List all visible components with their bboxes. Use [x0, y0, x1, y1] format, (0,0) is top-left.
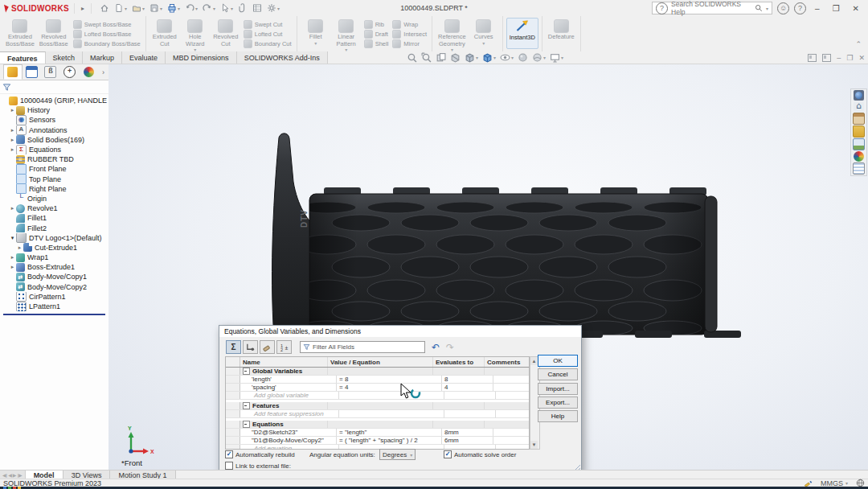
select-dropdown-caret[interactable]: ▾ — [231, 6, 233, 11]
collapse-box-icon[interactable] — [243, 368, 250, 375]
tree-item-lpattern1[interactable]: LPattern1 — [0, 302, 108, 311]
solidworks-resources-icon[interactable] — [854, 90, 864, 101]
section-view-button[interactable] — [449, 52, 461, 63]
table-row-add-feature-suppression[interactable]: Add feature suppression — [226, 410, 529, 418]
help-search-input[interactable]: ? Search SOLIDWORKS Help ▾ — [652, 2, 772, 14]
tab-features[interactable]: Features — [0, 51, 46, 64]
view-settings-button[interactable]: ▾ — [549, 52, 564, 63]
scroll-down-icon[interactable]: ▼ — [530, 441, 538, 449]
grip-end-cap[interactable] — [705, 196, 717, 332]
prev-tab-icon[interactable]: ◀ — [8, 472, 12, 478]
cell-name[interactable]: Add equation — [240, 445, 339, 450]
cell-evaluates-to[interactable]: 6mm — [442, 437, 493, 444]
cell-evaluates-to[interactable] — [433, 421, 485, 428]
first-tab-icon[interactable]: ◀| — [2, 472, 7, 478]
ribbon-button-fillet[interactable]: Fillet▾ — [301, 18, 331, 47]
redo-dropdown-caret[interactable]: ▾ — [213, 6, 215, 11]
row-selector[interactable] — [226, 376, 240, 383]
ribbon-button-boundary-boss-base[interactable]: Boundary Boss/Base — [73, 39, 141, 48]
expand-arrow-icon[interactable]: ▸ — [9, 254, 16, 261]
zoom-to-fit-button[interactable] — [406, 52, 418, 63]
panel-tab-configurationmanager[interactable]: ß — [41, 64, 60, 80]
select-button[interactable]: ▾ — [219, 2, 235, 14]
tab-sketch[interactable]: Sketch — [46, 51, 84, 64]
cell-evaluates-to[interactable] — [433, 368, 485, 375]
last-tab-icon[interactable]: |▶ — [17, 472, 22, 478]
cell-name[interactable]: 'length' — [240, 376, 337, 383]
new-document-dropdown-caret[interactable]: ▾ — [125, 6, 127, 11]
cell-equation[interactable] — [339, 410, 444, 417]
table-row-features[interactable]: Features — [226, 402, 529, 410]
row-selector[interactable] — [226, 445, 240, 450]
save-dropdown-caret[interactable]: ▾ — [160, 6, 162, 11]
ribbon-button-instant3d[interactable]: Instant3D — [506, 18, 538, 49]
ribbon-collapse-chevron[interactable]: ⌃ — [855, 40, 862, 48]
view-palette-icon[interactable] — [853, 138, 865, 150]
equation-view-button[interactable]: Σ — [226, 340, 241, 354]
ribbon-button-mirror[interactable]: Mirror — [392, 39, 427, 48]
close-button[interactable]: ✕ — [849, 4, 863, 13]
save-button[interactable]: ▾ — [148, 2, 164, 14]
redo-icon[interactable]: ↷ — [446, 343, 454, 352]
cell-equation[interactable] — [328, 402, 433, 409]
tree-item-rubber-tbd[interactable]: ≡RUBBER TBD — [0, 154, 108, 164]
ribbon-button-wrap[interactable]: Wrap — [392, 20, 427, 29]
ribbon-button-boundary-cut[interactable]: Boundary Cut — [244, 39, 292, 48]
tree-item-cut-extrude1[interactable]: ▸Cut-Extrude1 — [0, 243, 108, 253]
help-button[interactable]: Help — [538, 410, 578, 422]
options-button[interactable]: ▾ — [265, 2, 281, 14]
cell-evaluates-to[interactable] — [444, 392, 496, 399]
cell-name[interactable]: Add feature suppression — [240, 410, 339, 417]
hide-show-items-button[interactable]: ▾ — [499, 52, 514, 63]
ribbon-button-linear-pattern[interactable]: LinearPattern▾ — [331, 18, 362, 54]
cell-comment[interactable] — [496, 410, 529, 417]
angular-units-select[interactable]: Degrees ▾ — [379, 449, 416, 460]
expand-arrow-icon[interactable]: ▸ — [16, 244, 23, 251]
table-row--length-[interactable]: 'length'= 88 — [226, 376, 529, 384]
dialog-title[interactable]: Equations, Global Variables, and Dimensi… — [219, 326, 581, 337]
ribbon-button-revolved-cut[interactable]: RevolvedCut — [211, 18, 241, 54]
row-selector[interactable] — [226, 368, 240, 375]
design-library-icon[interactable] — [853, 113, 865, 125]
tab-solidworks-add-ins[interactable]: SOLIDWORKS Add-Ins — [237, 51, 328, 64]
collapse-box-icon[interactable] — [243, 402, 250, 409]
ribbon-button-reference-geometry[interactable]: ReferenceGeometry▾ — [436, 18, 469, 54]
ribbon-button-lofted-cut[interactable]: Lofted Cut — [244, 30, 292, 39]
row-selector[interactable] — [226, 384, 240, 391]
cell-name[interactable]: 'spacing' — [240, 384, 337, 391]
ordered-view-button[interactable]: 12± — [276, 340, 292, 354]
tree-filter-bar[interactable] — [0, 80, 108, 94]
tree-item-annotations[interactable]: ▸AAnnotations — [0, 125, 108, 135]
edit-appearance-button[interactable] — [517, 52, 529, 63]
equations-table[interactable]: NameValue / EquationEvaluates toComments… — [225, 356, 530, 450]
ribbon-button-extruded-cut[interactable]: ExtrudedCut — [149, 18, 180, 54]
import-button[interactable]: Import... — [538, 383, 578, 395]
open-document-button[interactable]: ▾ — [130, 2, 146, 14]
tree-item-top-plane[interactable]: Top Plane — [0, 175, 108, 184]
cell-evaluates-to[interactable]: 8 — [442, 376, 493, 383]
cell-equation[interactable]: = 4 — [337, 384, 442, 391]
cell-name[interactable]: "D2@Sketch23" — [240, 429, 337, 436]
panel-tab-dimxpertmanager[interactable]: + — [60, 64, 80, 80]
component-table-button[interactable] — [251, 2, 264, 14]
search-dropdown-caret[interactable]: ▾ — [766, 6, 768, 11]
ribbon-button-intersect[interactable]: Intersect — [392, 30, 427, 39]
table-row-equations[interactable]: Equations — [226, 421, 529, 429]
print-button[interactable]: ▾ — [166, 2, 182, 14]
expand-arrow-icon[interactable]: ▸ — [9, 205, 16, 212]
cell-comment[interactable] — [485, 368, 529, 375]
cell-name[interactable]: Features — [240, 402, 328, 409]
cell-comment[interactable] — [493, 376, 529, 383]
minimize-button[interactable]: – — [811, 4, 824, 13]
cell-comment[interactable] — [496, 445, 529, 450]
undo-button[interactable]: ▾ — [183, 2, 199, 14]
new-document-button[interactable]: ▾ — [113, 2, 129, 14]
cell-name[interactable]: "D1@Body-Move/Copy2" — [240, 437, 337, 444]
units-selector[interactable]: MMGS ▾ — [821, 479, 848, 487]
home-button[interactable] — [98, 2, 111, 14]
apply-scene-caret[interactable]: ▾ — [543, 55, 546, 60]
row-selector[interactable] — [226, 392, 240, 399]
tree-item-sensors[interactable]: ◉Sensors — [0, 115, 108, 125]
tree-item-body-move-copy1[interactable]: ⇄Body-Move/Copy1 — [0, 272, 108, 281]
home-icon[interactable]: ⌂ — [854, 101, 864, 112]
